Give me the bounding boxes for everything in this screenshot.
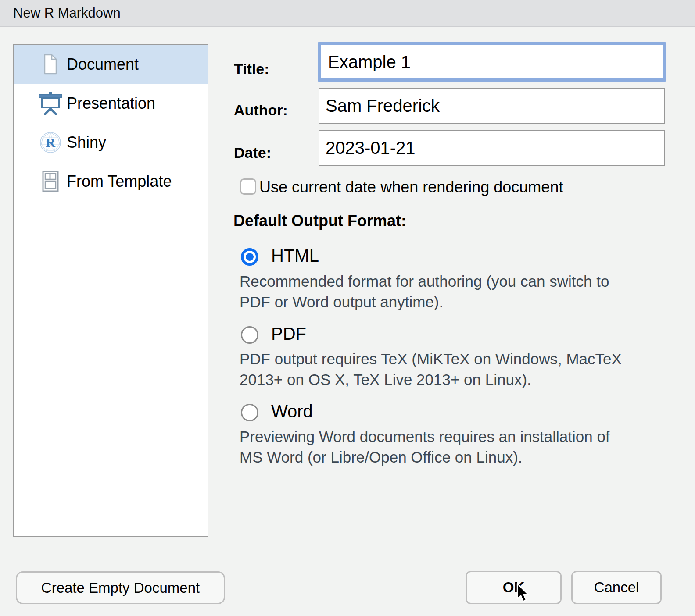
dialog-title: New R Markdown [13,5,121,21]
shiny-icon: R [34,131,67,154]
radio-pdf-description: PDF output requires TeX (MiKTeX on Windo… [240,349,622,390]
sidebar-item-label: Shiny [67,133,106,152]
sidebar-item-document[interactable]: Document [14,45,208,84]
author-label: Author: [234,101,288,119]
default-output-format-heading: Default Output Format: [233,212,406,230]
radio-html-description: Recommended format for authoring (you ca… [240,271,609,312]
radio-pdf-label[interactable]: PDF [271,324,306,344]
sidebar-item-label: From Template [67,172,172,191]
radio-pdf[interactable] [241,326,258,344]
sidebar-item-label: Document [67,55,139,74]
date-label: Date: [234,143,271,162]
sidebar-item-shiny[interactable]: R Shiny [14,123,208,162]
radio-word[interactable] [241,404,258,421]
template-icon [34,171,67,192]
title-input[interactable] [318,42,666,82]
create-empty-document-button[interactable]: Create Empty Document [16,571,225,604]
ok-button[interactable]: OK [466,571,562,604]
use-current-date-checkbox[interactable] [240,178,256,195]
cancel-button[interactable]: Cancel [571,571,662,604]
sidebar-item-from-template[interactable]: From Template [14,162,208,201]
radio-word-label[interactable]: Word [271,402,313,421]
document-icon [34,54,67,75]
dialog-titlebar: New R Markdown [0,0,695,27]
date-input[interactable] [319,130,665,166]
use-current-date-label: Use current date when rendering document [259,178,563,196]
radio-html-label[interactable]: HTML [271,246,319,266]
svg-text:R: R [46,135,55,150]
radio-html[interactable] [241,248,258,266]
author-input[interactable] [319,88,665,124]
template-list: Document Presentation R Shiny [13,44,208,537]
presentation-icon [34,92,67,115]
radio-word-description: Previewing Word documents requires an in… [240,426,610,467]
sidebar-item-presentation[interactable]: Presentation [14,84,208,123]
title-label: Title: [234,60,269,78]
sidebar-item-label: Presentation [67,94,155,113]
